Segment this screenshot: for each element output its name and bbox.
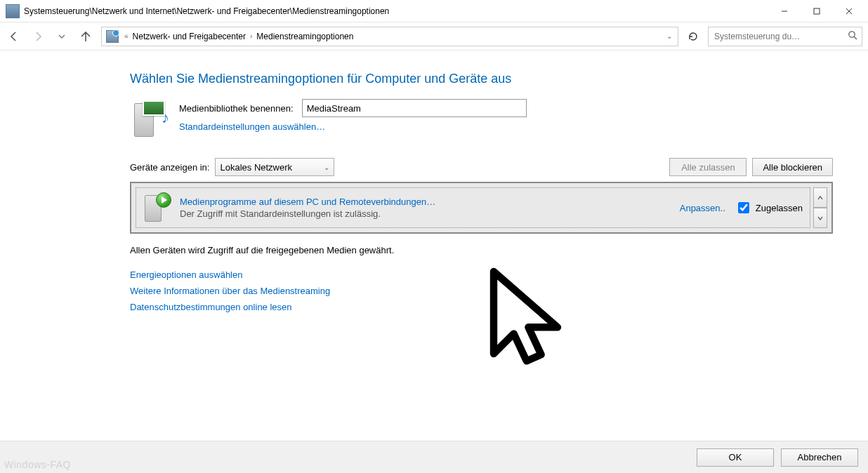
- svg-rect-1: [814, 8, 820, 14]
- privacy-link[interactable]: Datenschutzbestimmungen online lesen: [130, 302, 833, 312]
- breadcrumb-item-1[interactable]: Netzwerk- und Freigabecenter: [133, 32, 246, 41]
- titlebar: Systemsteuerung\Netzwerk und Internet\Ne…: [0, 0, 868, 22]
- power-options-link[interactable]: Energieoptionen auswählen: [130, 269, 833, 280]
- list-scrollbar[interactable]: [813, 187, 827, 228]
- control-panel-icon: [6, 4, 20, 18]
- device-subtitle: Der Zugriff mit Standardeinstellungen is…: [180, 208, 435, 219]
- svg-point-4: [849, 32, 855, 37]
- related-links: Energieoptionen auswählen Weitere Inform…: [130, 269, 833, 312]
- breadcrumb-icon: [106, 30, 119, 43]
- search-box[interactable]: [708, 27, 862, 46]
- more-info-link[interactable]: Weitere Informationen über das Medienstr…: [130, 286, 833, 296]
- block-all-button[interactable]: Alle blockieren: [752, 158, 833, 176]
- chevron-left-icon: «: [123, 32, 130, 40]
- chevron-right-icon: ›: [249, 32, 254, 40]
- recent-dropdown[interactable]: [53, 28, 70, 45]
- info-text: Allen Geräten wird Zugriff auf die freig…: [130, 245, 833, 255]
- media-device-icon: [143, 192, 171, 223]
- page-title: Wählen Sie Medienstreamingoptionen für C…: [130, 72, 833, 86]
- back-button[interactable]: [6, 28, 22, 45]
- customize-link[interactable]: Anpassen..: [680, 203, 725, 213]
- ok-button[interactable]: OK: [697, 448, 774, 467]
- library-name-label: Medienbibliothek benennen:: [179, 103, 294, 114]
- search-input[interactable]: [713, 31, 843, 42]
- device-list-item[interactable]: Medienprogramme auf diesem PC und Remote…: [136, 187, 810, 228]
- close-button[interactable]: [833, 1, 865, 22]
- library-section: ♪ Medienbibliothek benennen: Standardein…: [130, 99, 833, 138]
- chevron-down-icon[interactable]: ⌄: [665, 32, 673, 40]
- maximize-button[interactable]: [801, 1, 833, 22]
- watermark: Windows-FAQ: [4, 459, 71, 470]
- choose-defaults-link[interactable]: Standardeinstellungen auswählen…: [179, 121, 527, 132]
- minimize-button[interactable]: [768, 1, 801, 22]
- allowed-checkbox-wrap[interactable]: Zugelassen: [735, 200, 803, 215]
- scroll-down-button[interactable]: [813, 208, 827, 228]
- breadcrumb[interactable]: « Netzwerk- und Freigabecenter › Mediens…: [101, 27, 678, 46]
- scope-dropdown[interactable]: Lokales Netzwerk ⌄: [215, 158, 334, 176]
- device-controls: Geräte anzeigen in: Lokales Netzwerk ⌄ A…: [130, 158, 833, 176]
- device-title-link[interactable]: Medienprogramme auf diesem PC und Remote…: [180, 196, 435, 207]
- chevron-down-icon: ⌄: [324, 164, 329, 171]
- media-library-icon: ♪: [130, 99, 169, 138]
- content-area: Wählen Sie Medienstreamingoptionen für C…: [0, 51, 868, 347]
- device-list: Medienprogramme auf diesem PC und Remote…: [130, 182, 833, 234]
- breadcrumb-item-2[interactable]: Medienstreamingoptionen: [256, 32, 353, 41]
- allowed-checkbox[interactable]: [738, 202, 749, 213]
- dialog-footer: OK Abbrechen: [0, 441, 868, 473]
- up-button[interactable]: [77, 28, 94, 45]
- forward-button[interactable]: [29, 28, 46, 45]
- allow-all-button[interactable]: Alle zulassen: [669, 158, 747, 176]
- show-devices-label: Geräte anzeigen in:: [130, 162, 209, 173]
- scope-value: Lokales Netzwerk: [220, 162, 292, 173]
- nav-bar: « Netzwerk- und Freigabecenter › Mediens…: [0, 22, 868, 51]
- svg-line-5: [854, 36, 857, 39]
- library-name-input[interactable]: [302, 99, 527, 117]
- scroll-up-button[interactable]: [813, 187, 827, 208]
- window-controls: [768, 1, 865, 22]
- search-icon: [848, 30, 857, 42]
- refresh-button[interactable]: [685, 29, 701, 44]
- cancel-button[interactable]: Abbrechen: [781, 448, 858, 467]
- window-title: Systemsteuerung\Netzwerk und Internet\Ne…: [24, 6, 389, 16]
- allowed-label: Zugelassen: [756, 203, 803, 213]
